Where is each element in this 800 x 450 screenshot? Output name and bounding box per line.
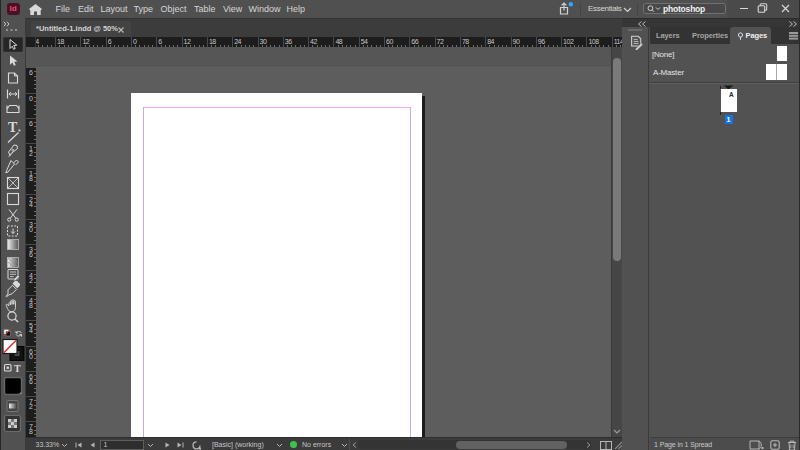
svg-text:T: T	[8, 120, 18, 135]
svg-text:T: T	[14, 363, 21, 374]
